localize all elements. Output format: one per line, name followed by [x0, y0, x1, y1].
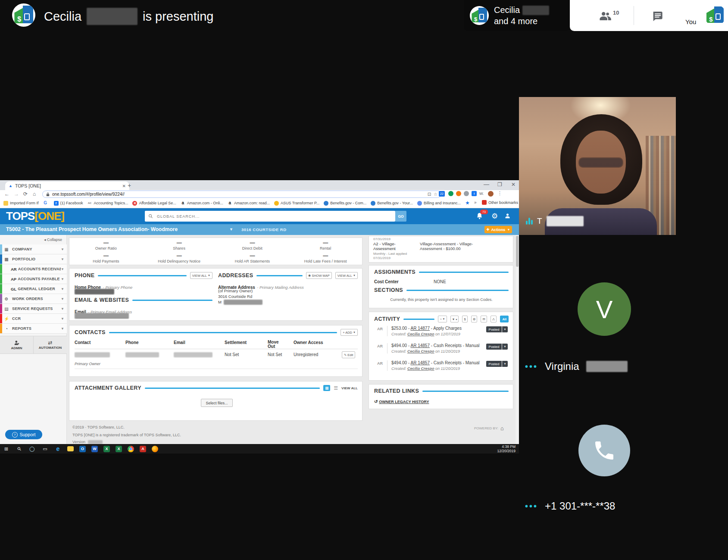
participant-avatar-phone[interactable]	[578, 425, 630, 476]
bookmark-item[interactable]: ★Bookmarks	[465, 201, 471, 206]
new-tab-button[interactable]: +	[128, 182, 131, 189]
bookmark-item[interactable]: aAmazon.com - Onli...	[181, 201, 223, 206]
reload-button[interactable]: ⟳	[23, 191, 28, 197]
page-scrollbar[interactable]	[516, 235, 519, 444]
sidebar-item-portfolio[interactable]: ▩PORTFOLIO▼	[0, 254, 67, 264]
actions-button[interactable]: ✚Actions▼	[484, 226, 512, 233]
bookmark-item[interactable]: RAffordable Legal Se...	[132, 201, 176, 206]
sidebar-item-accounts-receivable[interactable]: ARACCOUNTS RECEIVABLE▼	[0, 264, 67, 274]
excel-icon[interactable]: X	[103, 446, 110, 452]
settings-gear-icon[interactable]: ⚙	[491, 212, 498, 221]
chat-button[interactable]	[651, 10, 664, 22]
file-explorer-icon[interactable]	[67, 446, 74, 451]
redacted-email-address[interactable]	[75, 313, 129, 319]
property-title[interactable]: T5002 - The Pleasant Prospect Home Owner…	[6, 226, 178, 232]
other-bookmarks-button[interactable]: Other bookmarks	[482, 200, 518, 205]
word-icon[interactable]: W	[91, 446, 98, 452]
activity-filter-button[interactable]: ▼▾	[450, 316, 459, 322]
activity-alert-filter-button[interactable]: ⚠	[491, 316, 497, 322]
activity-workorder-filter-button[interactable]: ⚙	[471, 316, 478, 322]
firefox-icon[interactable]	[152, 446, 158, 452]
sidebar-item-work-orders[interactable]: ⚙WORK ORDERS▼	[0, 294, 67, 304]
sidebar-item-general-ledger[interactable]: GLGENERAL LEDGER▼	[0, 284, 67, 294]
gallery-view-all-button[interactable]: VIEW ALL	[341, 386, 358, 390]
edge-icon[interactable]: e	[54, 445, 62, 452]
sidebar-item-company[interactable]: ▦COMPANY▼	[0, 244, 67, 254]
activity-ref-link[interactable]: AR 14857	[411, 360, 430, 365]
tab-close-icon[interactable]: ✕	[122, 184, 126, 188]
participants-button[interactable]: 10	[598, 9, 619, 22]
calendar-extension-icon[interactable]: 22	[439, 191, 445, 197]
bookmark-item[interactable]: f(1) Facebook	[54, 201, 83, 206]
contact-row[interactable]: Not Set Not Set Unregistered ✎Edit Prima…	[75, 350, 358, 369]
list-view-icon[interactable]: ☰	[334, 385, 338, 391]
reader-icon[interactable]: ⊡	[428, 192, 431, 197]
status-dropdown-button[interactable]: ▼	[502, 361, 508, 367]
browser-tab[interactable]: ▲ TOPS [ONE] ✕	[5, 181, 129, 190]
sidebar-item-ccr[interactable]: ⚡CCR▼	[0, 314, 67, 324]
more-options-icon[interactable]: •••	[525, 362, 538, 372]
add-contact-button[interactable]: + ADD▼	[341, 329, 358, 336]
facebook-extension-icon[interactable]: f	[472, 191, 477, 196]
video-tile[interactable]: T	[519, 97, 676, 235]
window-restore-button[interactable]: ❐	[497, 181, 502, 188]
edit-contact-button[interactable]: ✎Edit	[342, 351, 355, 358]
bookmark-star-icon[interactable]: ☆	[434, 192, 437, 197]
activity-all-filter-button[interactable]: All	[500, 316, 509, 322]
back-button[interactable]: ←	[4, 191, 9, 197]
window-close-button[interactable]: ✕	[511, 181, 516, 188]
taskbar-clock[interactable]: 4:38 PM 12/20/2019	[497, 444, 516, 453]
addresses-view-all-button[interactable]: VIEW ALL▼	[335, 272, 358, 279]
bookmark-item[interactable]: Billing and Insuranc...	[417, 201, 461, 206]
support-button[interactable]: ? Support	[5, 430, 42, 439]
bookmark-item[interactable]: G	[43, 201, 50, 206]
you-avatar[interactable]: $	[704, 4, 726, 26]
excel-icon[interactable]: X	[116, 446, 122, 452]
global-search[interactable]	[145, 211, 395, 222]
activity-ref-link[interactable]: AR 14857	[411, 343, 430, 348]
grid-view-icon[interactable]: ▦	[323, 385, 330, 391]
forward-button[interactable]: →	[14, 191, 19, 197]
user-menu-button[interactable]	[504, 213, 511, 219]
sidebar-item-reports[interactable]: ◔REPORTS▼	[0, 324, 67, 334]
select-files-button[interactable]: Select files...	[201, 399, 233, 407]
search-icon[interactable]: ⚲	[14, 444, 24, 454]
bookmark-item[interactable]: Imported Form If	[3, 201, 39, 206]
notifications-button[interactable]: 73	[476, 212, 483, 220]
acrobat-icon[interactable]: A	[140, 446, 146, 452]
start-button[interactable]: ⊞	[3, 445, 10, 452]
bookmark-item[interactable]: ASUS Transformer P...	[274, 201, 319, 206]
presenter-chip[interactable]: $ Cecilia and 4 more	[464, 0, 570, 31]
admin-button[interactable]: ADMIN	[0, 336, 34, 354]
activity-author-link[interactable]: Cecilia Crespo	[407, 332, 434, 336]
phone-view-all-button[interactable]: VIEW ALL▼	[190, 272, 212, 279]
extension-icon[interactable]	[456, 191, 461, 196]
cortana-icon[interactable]: ◯	[28, 445, 36, 452]
activity-message-filter-button[interactable]: ✉	[481, 316, 487, 322]
bookmarks-overflow-icon[interactable]: »	[474, 200, 477, 205]
sidebar-item-service-requests[interactable]: ▤SERVICE REQUESTS▼	[0, 304, 67, 314]
activity-chart-filter-button[interactable]: ◔▼	[438, 316, 447, 322]
status-dropdown-button[interactable]: ▼	[502, 326, 508, 332]
automation-button[interactable]: ⇄ AUTOMATION	[34, 336, 67, 354]
extension-w-icon[interactable]: W.	[479, 191, 484, 196]
window-minimize-button[interactable]: —	[484, 181, 489, 188]
activity-money-filter-button[interactable]: $	[462, 316, 467, 322]
search-input[interactable]	[156, 214, 392, 219]
chrome-icon[interactable]	[128, 446, 134, 452]
status-dropdown-button[interactable]: ▼	[502, 344, 508, 350]
activity-ref-link[interactable]: AR 14877	[411, 326, 430, 331]
sidebar-collapse-button[interactable]: ◂ Collapse	[44, 238, 62, 242]
grammarly-extension-icon[interactable]	[448, 191, 453, 196]
home-button[interactable]: ⌂	[33, 191, 36, 197]
profile-avatar[interactable]	[488, 191, 494, 197]
outlook-icon[interactable]: O	[79, 446, 86, 452]
bookmark-item[interactable]: ACAccounting Topics...	[87, 201, 128, 206]
sidebar-item-accounts-payable[interactable]: APACCOUNTS PAYABLE▼	[0, 274, 67, 284]
bookmark-item[interactable]: Benefits.gov - Your...	[371, 201, 413, 206]
show-map-button[interactable]: ◉SHOW MAP	[306, 272, 332, 279]
activity-author-link[interactable]: Cecilia Crespo	[407, 349, 434, 354]
participant-avatar-virginia[interactable]: V	[578, 282, 631, 336]
task-view-icon[interactable]: ▭	[41, 445, 49, 452]
chevron-down-icon[interactable]: ▼	[229, 227, 233, 232]
